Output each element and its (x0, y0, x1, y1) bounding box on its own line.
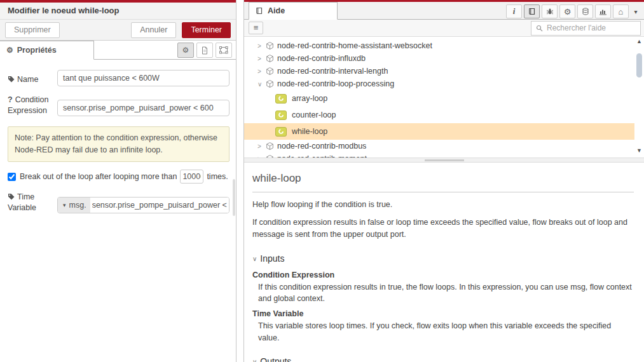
caret-down-icon: ▾ (63, 202, 66, 208)
info-icon[interactable]: i (506, 4, 522, 18)
tree-package-row[interactable]: > node-red-contrib-interval-length (244, 65, 644, 77)
tray-toolbar: Supprimer Annuler Terminer (0, 20, 236, 41)
package-icon (266, 42, 273, 50)
tree-node-row[interactable]: counter-loop (244, 107, 644, 123)
package-label: node-red-contrib-home-assistant-websocke… (277, 41, 432, 50)
chevron-icon[interactable]: > (257, 55, 266, 62)
splitter-handle[interactable] (425, 159, 464, 161)
help-content: while-loop Help flow looping if the cond… (244, 163, 644, 362)
caret-down-icon[interactable]: ▾ (631, 8, 641, 15)
delete-button[interactable]: Supprimer (5, 22, 60, 38)
sidebar-tab-bar: Aide i ⚙ ⌂ ▾ (244, 2, 644, 20)
gear-icon[interactable]: ⚙ (559, 4, 575, 18)
hamburger-menu-icon[interactable]: ≡ (249, 22, 263, 34)
tree-package-row[interactable]: > node-red-contrib-modbus (244, 140, 644, 152)
tree-node-row[interactable]: array-loop (244, 90, 644, 107)
node-appearance-button[interactable] (216, 43, 232, 58)
help-title: while-loop (252, 170, 634, 192)
package-label: node-red-contrib-interval-length (277, 67, 388, 76)
node-edit-form: Name ?Condition Expression Note: Pay att… (0, 60, 236, 213)
tab-properties[interactable]: ⚙ Propriétés (0, 41, 94, 60)
tag-icon (8, 76, 15, 83)
chevron-icon[interactable]: ∨ (257, 81, 266, 88)
node-label: counter-loop (292, 111, 336, 119)
loop-node-icon (275, 127, 287, 137)
time-variable-field: ▾ msg. (57, 197, 230, 213)
tree-package-row[interactable]: > node-red-contrib-influxdb (244, 52, 644, 65)
node-label: array-loop (292, 94, 327, 103)
name-input[interactable] (57, 70, 230, 86)
scroll-down-icon[interactable]: ▼ (634, 147, 644, 154)
gear-icon: ⚙ (182, 46, 189, 54)
chevron-icon[interactable]: > (257, 143, 266, 150)
help-search-row: ≡ (244, 20, 644, 37)
time-variable-label: Time Variable (8, 192, 57, 213)
cancel-button[interactable]: Annuler (131, 22, 176, 38)
tree-package-row[interactable]: > node-red-contrib-moment (244, 152, 644, 158)
tree-package-row[interactable]: ∨ node-red-contrib-loop-processing (244, 77, 644, 90)
package-icon (266, 67, 273, 75)
msg-type-dropdown[interactable]: ▾ msg. (58, 198, 90, 213)
break-loop-checkbox[interactable] (8, 173, 16, 181)
database-icon[interactable] (577, 4, 593, 18)
tab-aide[interactable]: Aide (249, 2, 338, 20)
search-box (531, 21, 641, 36)
tree-scrollbar: ▲ ▼ (634, 37, 644, 158)
condition-label: ?Condition Expression (8, 95, 57, 116)
help-dd: This variable stores loop times. If you … (258, 320, 634, 344)
help-dt: Time Variable (252, 308, 634, 320)
loop-node-icon (275, 94, 287, 104)
condition-expression-input[interactable] (57, 100, 230, 116)
help-dd: If this condition expression results in … (258, 281, 634, 305)
package-icon (266, 80, 273, 88)
help-section[interactable]: ∨Inputs (252, 252, 634, 265)
name-label: Name (8, 71, 57, 85)
scrollbar-thumb[interactable] (636, 53, 642, 77)
tag-icon (8, 193, 15, 200)
help-sidebar: Aide i ⚙ ⌂ ▾ ≡ (243, 0, 644, 362)
document-icon (201, 46, 209, 55)
chevron-down-icon: ∨ (252, 357, 257, 362)
gear-icon: ⚙ (6, 46, 13, 54)
help-dt: Condition Expression (252, 269, 634, 281)
home-icon[interactable]: ⌂ (613, 4, 629, 18)
search-icon (536, 25, 543, 32)
sidebar-toolbar: i ⚙ ⌂ ▾ (506, 4, 641, 18)
bug-icon[interactable] (542, 4, 558, 18)
edit-tray: Modifier le noeud while-loop Supprimer A… (0, 0, 236, 362)
node-description-button[interactable] (196, 43, 213, 58)
time-variable-input[interactable] (90, 198, 229, 213)
package-label: node-red-contrib-modbus (277, 142, 366, 151)
tree-node-row[interactable]: while-loop (244, 123, 644, 140)
help-tree: > node-red-contrib-home-assistant-websoc… (244, 37, 644, 158)
help-section[interactable]: ∨Outputs (252, 355, 634, 362)
package-icon (266, 55, 273, 62)
book-icon (256, 7, 263, 15)
chevron-down-icon: ∨ (252, 254, 257, 264)
package-label: node-red-contrib-influxdb (277, 54, 366, 63)
panel-splitter[interactable] (244, 158, 644, 163)
tray-title: Modifier le noeud while-loop (0, 3, 236, 20)
help-p: Help flow looping if the condition is tr… (252, 199, 634, 211)
done-button[interactable]: Terminer (182, 22, 231, 38)
chevron-icon[interactable]: > (257, 68, 266, 75)
scroll-up-icon[interactable]: ▲ (634, 38, 644, 44)
node-label: while-loop (292, 127, 327, 136)
tray-scrollbar[interactable] (233, 179, 235, 216)
search-help-input[interactable] (547, 23, 636, 32)
note-box: Note: Pay attention to the condition exp… (8, 126, 230, 163)
help-p: If condition expression results in false… (252, 217, 634, 241)
frame-icon (219, 46, 228, 54)
loop-node-icon (275, 111, 287, 120)
tray-tab-bar: ⚙ Propriétés ⚙ (0, 41, 236, 60)
tree-package-row[interactable]: > node-red-contrib-home-assistant-websoc… (244, 39, 644, 52)
loop-count-input[interactable] (180, 170, 203, 184)
question-icon: ? (8, 95, 13, 104)
node-settings-button[interactable]: ⚙ (177, 43, 194, 58)
chart-icon[interactable] (595, 4, 611, 18)
package-icon (266, 142, 273, 150)
chevron-icon[interactable]: > (257, 43, 266, 50)
break-loop-row: Break out of the loop after looping more… (8, 170, 230, 184)
package-label: node-red-contrib-loop-processing (277, 79, 394, 88)
book-icon[interactable] (524, 4, 540, 18)
